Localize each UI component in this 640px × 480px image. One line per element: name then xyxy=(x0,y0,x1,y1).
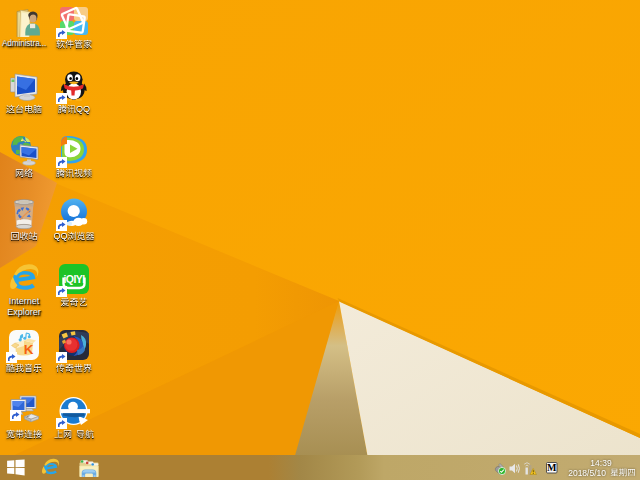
svg-text:14:39: 14:39 xyxy=(590,458,612,468)
svg-text:iQIYI: iQIYI xyxy=(64,273,86,285)
svg-text:QQ: QQ xyxy=(54,231,68,241)
svg-text:QQ: QQ xyxy=(76,104,90,114)
svg-text:M: M xyxy=(547,462,557,473)
svg-text:K: K xyxy=(24,342,34,357)
svg-text:2018/5/10: 2018/5/10 xyxy=(568,468,606,478)
